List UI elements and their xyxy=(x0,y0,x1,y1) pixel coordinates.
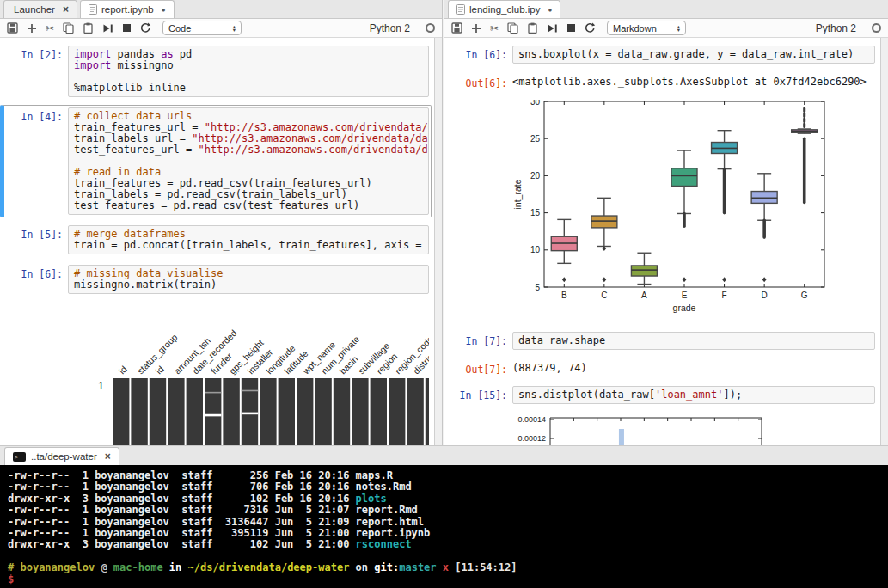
restart-kernel-icon[interactable] xyxy=(140,22,151,34)
input-prompt xyxy=(450,100,512,322)
kernel-status-icon xyxy=(872,23,881,33)
kernel-name: Python 2 xyxy=(370,22,410,34)
notebook-file-icon xyxy=(456,4,465,15)
close-icon[interactable]: × xyxy=(63,3,69,15)
terminal-tab-bar: > ..ta/deep-water × xyxy=(0,446,888,465)
input-prompt: In [7]: xyxy=(450,332,512,350)
app: Launcher × report.ipynb ● ✂ xyxy=(0,0,888,588)
boxplot-svg: 51015202530BCAEFDGgradeint_rate xyxy=(512,100,873,318)
terminal-panel: > ..ta/deep-water × -rw-r--r-- 1 boyanan… xyxy=(0,445,888,588)
svg-text:10: 10 xyxy=(530,245,541,254)
figure-output: 1idstatus_groupidamount_tshdate_recorded… xyxy=(0,302,432,445)
terminal-line: drwxr-xr-x 3 boyanangelov staff 102 Jun … xyxy=(8,539,880,550)
select-arrows-icon: ▴▾ xyxy=(677,25,680,32)
output-text: (887379, 74) xyxy=(512,360,587,376)
input-prompt: In [6]: xyxy=(450,46,512,64)
tab-lending-club-notebook[interactable]: lending_club.ipy ● xyxy=(448,0,560,18)
svg-text:1: 1 xyxy=(98,379,104,392)
save-button[interactable] xyxy=(451,22,462,34)
tab-launcher[interactable]: Launcher × xyxy=(3,0,77,18)
svg-text:id: id xyxy=(153,364,165,376)
add-cell-button[interactable] xyxy=(27,23,37,34)
terminal-line: -rw-r--r-- 1 boyanangelov staff 256 Feb … xyxy=(8,470,880,481)
code-cell: In [6]:sns.boxplot(x = data_raw.grade, y… xyxy=(444,43,878,66)
svg-text:20: 20 xyxy=(530,171,541,181)
code-input[interactable]: # missing data visualise missingno.matri… xyxy=(68,265,429,294)
tab-label: lending_club.ipy xyxy=(469,4,540,15)
cell-type-select[interactable]: Code ▴▾ xyxy=(162,21,242,35)
svg-text:15: 15 xyxy=(530,208,541,217)
code-cell: In [5]:# merge dataframes train = pd.con… xyxy=(0,223,432,257)
run-cell-button[interactable] xyxy=(102,23,113,34)
tab-terminal[interactable]: > ..ta/deep-water × xyxy=(4,447,119,465)
copy-cell-button[interactable] xyxy=(63,22,74,34)
unsaved-dot-icon: ● xyxy=(162,6,166,14)
cell-type-value: Markdown xyxy=(613,23,657,34)
paste-cell-button[interactable] xyxy=(527,22,538,34)
restart-kernel-icon[interactable] xyxy=(585,22,596,34)
terminal-output[interactable]: -rw-r--r-- 1 boyanangelov staff 256 Feb … xyxy=(0,465,888,588)
close-icon[interactable]: × xyxy=(105,450,111,462)
left-tab-bar: Launcher × report.ipynb ● xyxy=(0,0,442,19)
terminal-line xyxy=(8,551,880,562)
right-notebook-content[interactable]: In [6]:sns.boxplot(x = data_raw.grade, y… xyxy=(444,38,888,445)
svg-text:0.00012: 0.00012 xyxy=(517,434,546,443)
input-prompt: In [4]: xyxy=(6,107,68,215)
add-cell-button[interactable] xyxy=(471,23,481,34)
terminal-line: -rw-r--r-- 1 boyanangelov staff 395119 J… xyxy=(8,528,880,539)
code-cell: In [4]:# collect data urls train_feature… xyxy=(0,105,432,217)
svg-text:D: D xyxy=(762,291,768,300)
svg-text:5: 5 xyxy=(535,283,540,292)
code-input[interactable]: import pandas as pd import missingno %ma… xyxy=(68,46,429,97)
left-notebook-pane: Launcher × report.ipynb ● ✂ xyxy=(0,0,442,445)
right-notebook-pane: lending_club.ipy ● ✂ Markdown ▴▾ Python … xyxy=(444,0,888,445)
svg-text:0.00014: 0.00014 xyxy=(517,415,546,424)
tab-report-notebook[interactable]: report.ipynb ● xyxy=(80,0,175,18)
copy-cell-button[interactable] xyxy=(507,22,518,34)
input-prompt: In [6]: xyxy=(6,265,68,294)
code-input[interactable]: sns.boxplot(x = data_raw.grade, y = data… xyxy=(512,46,875,64)
output-prompt: Out[7]: xyxy=(450,360,512,376)
right-toolbar: ✂ Markdown ▴▾ Python 2 xyxy=(444,19,888,38)
left-scrollbar[interactable] xyxy=(434,38,442,445)
distplot-figure: 0.000140.000120.00010 xyxy=(512,414,875,445)
figure-output: 0.000140.000120.00010 xyxy=(444,412,878,445)
code-input[interactable]: sns.distplot(data_raw['loan_amnt']); xyxy=(512,386,875,404)
kernel-status-icon xyxy=(426,23,435,33)
code-cell: In [2]:import pandas as pd import missin… xyxy=(0,43,432,100)
cell-type-select[interactable]: Markdown ▴▾ xyxy=(607,21,686,35)
notebook-area: Launcher × report.ipynb ● ✂ xyxy=(0,0,888,445)
stop-kernel-button[interactable] xyxy=(566,23,576,33)
select-arrows-icon: ▴▾ xyxy=(233,25,236,32)
svg-text:grade: grade xyxy=(673,303,696,313)
figure-output: 51015202530BCAEFDGgradeint_rate xyxy=(444,97,878,324)
terminal-line: -rw-r--r-- 1 boyanangelov staff 3136447 … xyxy=(8,517,880,528)
save-button[interactable] xyxy=(7,22,18,34)
cut-cell-button[interactable]: ✂ xyxy=(490,23,499,34)
notebook-file-icon xyxy=(89,4,97,15)
svg-text:E: E xyxy=(682,291,688,300)
terminal-line: -rw-r--r-- 1 boyanangelov staff 7316 Jun… xyxy=(8,505,880,516)
code-input[interactable]: data_raw.shape xyxy=(512,332,875,350)
cut-cell-button[interactable]: ✂ xyxy=(46,23,54,34)
svg-text:B: B xyxy=(561,291,567,300)
svg-text:C: C xyxy=(601,291,607,300)
missingno-svg: 1idstatus_groupidamount_tshdate_recorded… xyxy=(68,304,429,445)
left-notebook-content[interactable]: In [2]:import pandas as pd import missin… xyxy=(0,38,442,445)
paste-cell-button[interactable] xyxy=(83,22,94,34)
code-input[interactable]: # merge dataframes train = pd.concat([tr… xyxy=(68,225,429,254)
svg-text:A: A xyxy=(641,291,647,300)
input-prompt: In [15]: xyxy=(450,386,512,404)
input-prompt xyxy=(6,304,68,445)
svg-text:F: F xyxy=(722,291,727,300)
right-tab-bar: lending_club.ipy ● xyxy=(444,0,888,19)
right-scrollbar[interactable] xyxy=(880,38,888,445)
svg-text:25: 25 xyxy=(530,134,541,144)
input-prompt xyxy=(450,414,512,445)
unsaved-dot-icon: ● xyxy=(548,6,552,14)
left-toolbar: ✂ Code ▴▾ Python 2 xyxy=(0,19,442,38)
code-input[interactable]: # collect data urls train_features_url =… xyxy=(68,107,429,215)
stop-kernel-button[interactable] xyxy=(122,23,132,33)
code-cell: In [6]:# missing data visualise missingn… xyxy=(0,262,432,297)
run-cell-button[interactable] xyxy=(547,23,558,34)
